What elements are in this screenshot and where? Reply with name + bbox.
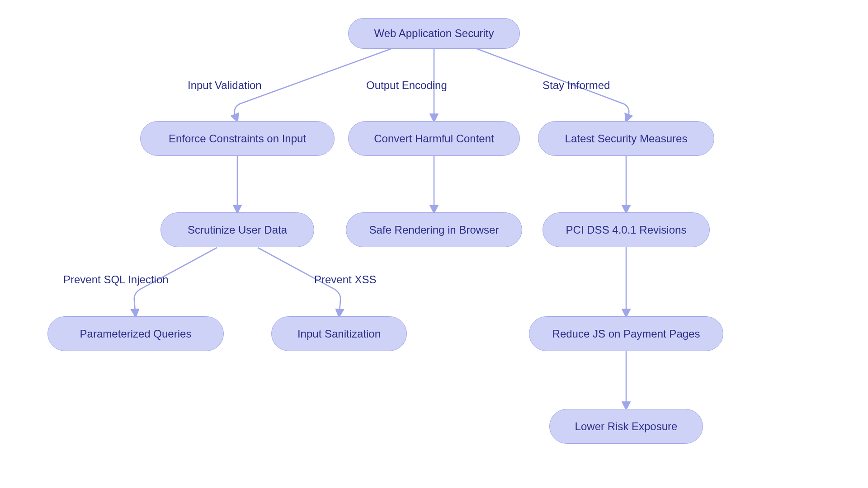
node-safe-rendering: Safe Rendering in Browser [346, 212, 522, 247]
edge-label-prevent-sql: Prevent SQL Injection [63, 273, 169, 286]
node-input-sanitization: Input Sanitization [271, 316, 407, 351]
edge-label-input-validation: Input Validation [188, 79, 262, 92]
node-parameterized-queries: Parameterized Queries [47, 316, 224, 351]
node-lower-risk: Lower Risk Exposure [549, 409, 703, 444]
flowchart: Web Application Security Enforce Constra… [0, 0, 868, 488]
node-latest-security: Latest Security Measures [538, 121, 714, 156]
node-reduce-js: Reduce JS on Payment Pages [529, 316, 723, 351]
node-pci-dss: PCI DSS 4.0.1 Revisions [542, 212, 710, 247]
node-enforce-constraints: Enforce Constraints on Input [140, 121, 335, 156]
edge-label-stay-informed: Stay Informed [542, 79, 610, 92]
node-root: Web Application Security [348, 18, 520, 49]
edge-label-output-encoding: Output Encoding [366, 79, 447, 92]
node-convert-harmful: Convert Harmful Content [348, 121, 520, 156]
edge-label-prevent-xss: Prevent XSS [314, 273, 376, 286]
node-scrutinize-user-data: Scrutinize User Data [160, 212, 314, 247]
